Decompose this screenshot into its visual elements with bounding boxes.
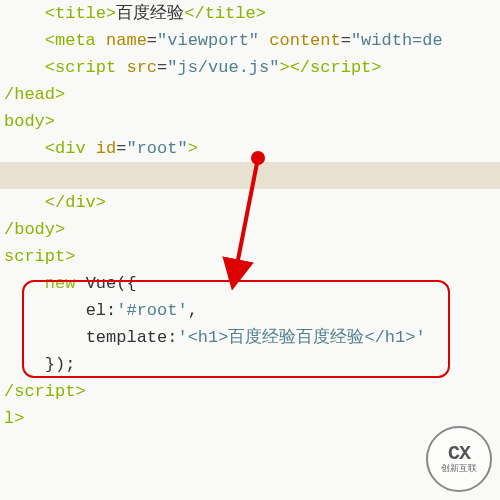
template-val: '<h1>百度经验百度经验</h1>' [177,328,425,347]
head-close: /head> [4,85,65,104]
watermark: CX 创新互联 [426,426,492,492]
close-brace: }); [45,355,76,374]
watermark-logo: CX [448,443,470,465]
template-key: template: [86,328,178,347]
el-key: el: [86,301,117,320]
code-block: <title>百度经验</title> <meta name="viewport… [0,0,500,432]
attr-src: src [126,58,157,77]
title-text: 百度经验 [116,4,184,23]
body-close: /body> [4,220,65,239]
attr-val: "width=de [351,31,443,50]
id-val: "root" [126,139,187,158]
vue-call: Vue({ [86,274,137,293]
script-open: <script [45,58,116,77]
script-close2: /script> [4,382,86,401]
title-open: <title> [45,4,116,23]
div-close: </div> [45,193,106,212]
src-val: "js/vue.js" [167,58,279,77]
attr-content: content [269,31,340,50]
body-open: body> [4,112,55,131]
kw-new: new [45,274,76,293]
meta-open: <meta [45,31,96,50]
highlighted-line [0,162,500,189]
watermark-text: 创新互联 [441,465,477,475]
attr-id: id [96,139,116,158]
script-open2: script> [4,247,75,266]
attr-name: name [106,31,147,50]
script-close-tag: </script [290,58,372,77]
attr-val: "viewport" [157,31,259,50]
el-val: '#root' [116,301,187,320]
title-close: </title> [184,4,266,23]
div-open: <div [45,139,86,158]
html-close: l> [4,409,24,428]
